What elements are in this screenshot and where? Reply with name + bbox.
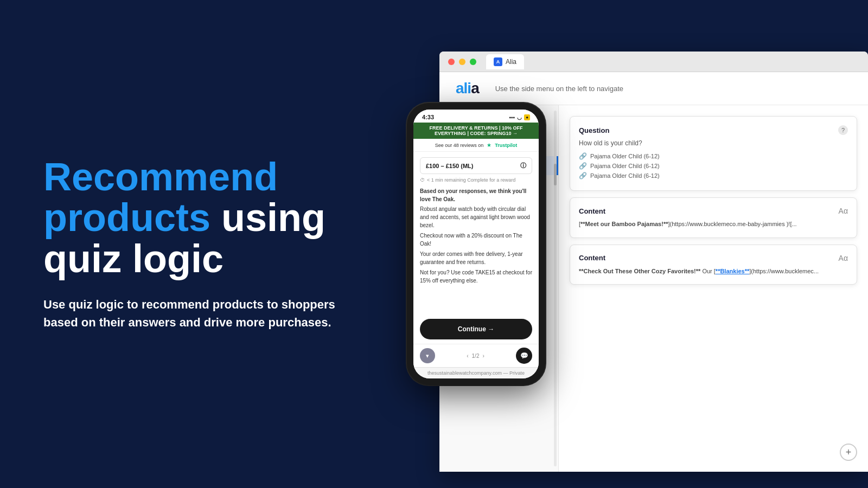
progress-text: < 1 min remaining Complete for a reward: [427, 177, 515, 183]
alia-logo: alia: [456, 80, 479, 97]
phone-continue-button[interactable]: Continue →: [420, 319, 532, 339]
product-desc-2: Checkout now with a 20% discount on The …: [420, 232, 532, 248]
content-card-1-text: [**Meet our Bamboo Pajamas!**](https://w…: [579, 220, 848, 229]
scroll-thumb: [554, 164, 557, 185]
product-range: £100 – £150 (ML): [426, 163, 473, 169]
chat-button[interactable]: 💬: [516, 348, 532, 364]
scroll-track: [554, 111, 557, 466]
page-indicator: 1/2: [472, 353, 480, 359]
content-card-2-header: Content Aα: [579, 254, 848, 262]
detail-panel: Question ? How old is your child? 🔗 Paja…: [559, 105, 868, 472]
right-section: A Alia alia Use the side menu on the lef…: [407, 0, 868, 488]
product-title: Based on your responses, we think you'll…: [420, 187, 532, 203]
question-tag-2: 🔗 Pajama Older Child (6-12): [579, 162, 848, 170]
url-text: thesustainablewatchcompany.com — Private: [427, 370, 525, 376]
chevron-down-icon[interactable]: ▾: [420, 348, 435, 363]
link-icon-2: 🔗: [579, 162, 587, 170]
question-help-icon[interactable]: ?: [838, 125, 848, 135]
browser-maximize-dot[interactable]: [470, 59, 476, 65]
phone-review-bar: See our 48 reviews on ★ Trustpilot: [413, 139, 539, 152]
battery-icon: ●: [524, 114, 530, 120]
phone-screen: 4:33 ▪▪▪ ◡ ● FREE DELIVERY & RETURNS | 1…: [413, 110, 539, 378]
content-card-2-text: **Check Out These Other Cozy Favorites!*…: [579, 267, 848, 276]
star-icon: ★: [487, 142, 492, 148]
phone-product-section: £100 – £150 (ML) ⓘ ⏱ < 1 min remaining C…: [413, 152, 539, 319]
product-description: Based on your responses, we think you'll…: [420, 187, 532, 285]
headline: Recommend products using quiz logic: [43, 157, 363, 280]
headline-products: products: [43, 196, 210, 239]
link-icon-1: 🔗: [579, 152, 587, 160]
headline-quiz-logic: quiz logic: [43, 237, 224, 280]
question-tag-3: 🔗 Pajama Older Child (6-12): [579, 172, 848, 179]
browser-tab[interactable]: A Alia: [486, 54, 524, 69]
clock-icon: ⏱: [420, 177, 425, 183]
alia-tab-icon: A: [494, 57, 502, 66]
phone-status-bar: 4:33 ▪▪▪ ◡ ●: [413, 110, 539, 123]
phone-time: 4:33: [422, 114, 434, 120]
browser-tab-label: Alia: [506, 58, 516, 66]
format-icon-2[interactable]: Aα: [839, 254, 848, 262]
phone-container: 4:33 ▪▪▪ ◡ ● FREE DELIVERY & RETURNS | 1…: [407, 103, 545, 385]
browser-close-dot[interactable]: [448, 59, 455, 65]
subtext: Use quiz logic to recommend products to …: [43, 296, 358, 331]
format-icon-1[interactable]: Aα: [839, 207, 848, 215]
headline-using: using: [210, 196, 326, 239]
nav-dots: ‹ 1/2 ›: [467, 353, 484, 359]
product-desc-4: Not for you? Use code TAKE15 at checkout…: [420, 268, 532, 285]
question-tag-1: 🔗 Pajama Older Child (6-12): [579, 152, 848, 160]
prev-arrow[interactable]: ‹: [467, 353, 468, 359]
product-desc-3: Your order comes with free delivery, 1-y…: [420, 250, 532, 266]
phone-bottom-bar: ▾ ‹ 1/2 › 💬: [413, 344, 539, 367]
trustpilot-logo: Trustpilot: [495, 143, 517, 148]
browser-minimize-dot[interactable]: [459, 59, 465, 65]
question-card: Question ? How old is your child? 🔗 Paja…: [570, 116, 857, 191]
wifi-icon: ◡: [517, 114, 522, 120]
question-card-header: Question ?: [579, 125, 848, 135]
status-icons: ▪▪▪ ◡ ●: [509, 114, 530, 120]
question-card-title: Question: [579, 126, 609, 134]
question-text: How old is your child?: [579, 139, 848, 147]
link-icon-3: 🔗: [579, 172, 587, 179]
content-card-1-title: Content: [579, 207, 605, 215]
review-text: See our 48 reviews on: [435, 143, 484, 148]
alia-header: alia Use the side menu on the left to na…: [439, 72, 868, 105]
phone-promo-bar: FREE DELIVERY & RETURNS | 10% OFF EVERYT…: [413, 123, 539, 139]
promo-text: FREE DELIVERY & RETURNS | 10% OFF EVERYT…: [429, 125, 522, 136]
add-content-button[interactable]: +: [840, 444, 857, 461]
product-desc-1: Robust angular watch body with circular …: [420, 205, 532, 229]
content-card-1: Content Aα [**Meet our Bamboo Pajamas!**…: [570, 197, 857, 238]
signal-icon: ▪▪▪: [509, 114, 515, 120]
left-section: Recommend products using quiz logic Use …: [0, 124, 407, 364]
info-icon: ⓘ: [520, 162, 526, 170]
content-card-2: Content Aα **Check Out These Other Cozy …: [570, 245, 857, 285]
content-card-1-header: Content Aα: [579, 207, 848, 215]
product-selector[interactable]: £100 – £150 (ML) ⓘ: [420, 157, 532, 174]
browser-toolbar: A Alia: [439, 52, 868, 72]
phone-url-bar: thesustainablewatchcompany.com — Private: [413, 367, 539, 378]
next-arrow[interactable]: ›: [482, 353, 484, 359]
phone-mockup: 4:33 ▪▪▪ ◡ ● FREE DELIVERY & RETURNS | 1…: [407, 103, 545, 385]
progress-line: ⏱ < 1 min remaining Complete for a rewar…: [420, 177, 532, 183]
alia-nav-hint: Use the side menu on the left to navigat…: [495, 85, 623, 93]
headline-recommend: Recommend: [43, 155, 278, 198]
content-card-2-title: Content: [579, 254, 605, 262]
